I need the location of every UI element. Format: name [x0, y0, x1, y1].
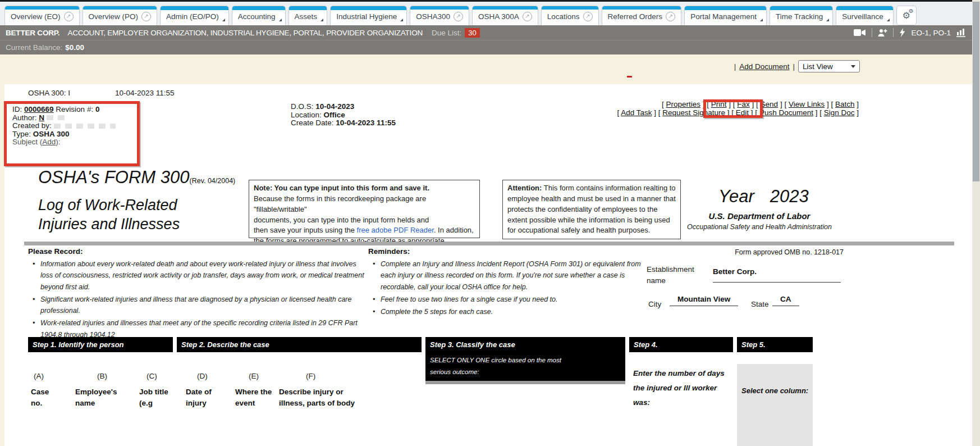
print-link[interactable]: Print	[711, 100, 727, 108]
vertical-scrollbar[interactable]	[972, 0, 980, 446]
sign-doc-link[interactable]: Sign Doc	[824, 108, 855, 117]
chevron-down-icon	[851, 65, 855, 70]
tab-bar: Overview (EO)↗ Overview (PO)↗ Admin (EO/…	[0, 0, 980, 25]
attention-label: Attention:	[507, 184, 542, 192]
tab-referred-orders[interactable]: Referred Orders↗	[602, 6, 682, 25]
tab-accent	[770, 6, 832, 10]
step4-note: Enter the number of days the injured or …	[633, 366, 730, 410]
reminders-bullets: Complete an Injury and Illness Incident …	[372, 258, 642, 318]
column-label-case: Caseno.	[31, 386, 49, 409]
step3-note: SELECT ONLY ONE circle based on the most…	[425, 352, 566, 379]
menu-corner-icon	[887, 19, 890, 21]
tab-label: Overview (EO)	[11, 12, 61, 21]
tab-accent	[161, 6, 228, 10]
author-link[interactable]: N	[39, 113, 44, 122]
location-value: Office	[324, 111, 345, 119]
tab-locations[interactable]: Locations↗	[541, 6, 599, 25]
pdf-reader-link[interactable]: free adobe PDF Reader	[357, 226, 434, 234]
add-person-icon[interactable]	[878, 29, 887, 37]
batch-link[interactable]: Batch	[835, 100, 855, 108]
fax-link[interactable]: Fax	[737, 100, 750, 108]
revision-value: 0	[95, 105, 100, 113]
gear-icon: ⚙	[909, 8, 914, 14]
dos-info-block: D.O.S: 10-04-2023 Location: Office Creat…	[291, 103, 396, 128]
external-link-icon[interactable]: ↗	[666, 12, 675, 21]
tab-surveillance[interactable]: Surveillance	[836, 6, 894, 25]
column-letter-e: (E)	[249, 372, 259, 380]
send-link[interactable]: Send	[761, 100, 778, 108]
balance-value: $0.00	[65, 43, 84, 52]
view-links-link[interactable]: View Links	[789, 100, 825, 108]
external-link-icon[interactable]: ↗	[454, 12, 463, 21]
subject-add-link[interactable]: Add	[42, 138, 56, 146]
scrollbar-thumb[interactable]	[973, 2, 979, 181]
form-year: Year2023	[718, 186, 809, 207]
external-link-icon[interactable]: ↗	[64, 12, 74, 21]
external-link-icon[interactable]: ↗	[141, 12, 151, 21]
tab-osha300a[interactable]: OSHA 300A↗	[472, 6, 538, 25]
view-select[interactable]: List View	[798, 60, 860, 72]
establishment-value: Better Corp.	[713, 267, 757, 276]
due-list-count-badge[interactable]: 30	[465, 28, 479, 38]
tab-osha300[interactable]: OSHA300↗	[410, 6, 469, 25]
tab-overview-eo[interactable]: Overview (EO)↗	[4, 6, 80, 25]
step5-note: Select one column:	[737, 364, 813, 395]
menu-corner-icon	[279, 19, 282, 21]
request-signature-link[interactable]: Request Signature	[662, 108, 725, 117]
tab-label: Overview (PO)	[89, 12, 139, 21]
column-label-where: Where theevent	[235, 386, 272, 409]
document-toolbar: | Add Document | List View	[734, 60, 860, 72]
reminders-title: Reminders:	[368, 247, 410, 256]
add-document-link[interactable]: Add Document	[739, 62, 789, 71]
company-name: BETTER CORP.	[6, 29, 59, 37]
column-letter-c: (C)	[146, 372, 157, 380]
column-letter-a: (A)	[34, 372, 44, 380]
bar-chart-icon[interactable]	[956, 28, 965, 37]
state-value: CA	[772, 295, 799, 306]
form-attention-box: Attention: This form contains informatio…	[502, 180, 681, 239]
redacted-author-name	[47, 115, 68, 120]
tab-label: Surveillance	[842, 12, 883, 21]
document-id-link[interactable]: 0000669	[24, 105, 54, 113]
tab-assets[interactable]: Assets	[288, 6, 328, 25]
column-label-describe: Describe injury orillness, parts of body	[279, 386, 355, 409]
external-link-icon[interactable]: ↗	[583, 12, 593, 21]
push-document-link[interactable]: Push Document	[759, 108, 813, 117]
dol-title: U.S. Department of Labor	[667, 211, 852, 221]
document-panel: OSHA 300: I 10-04-2023 11:55 ID: 0000669…	[4, 84, 973, 446]
red-annotation-box-id: ID: 0000669 Revision #: 0 Author: N Crea…	[4, 101, 140, 166]
column-label-date: Date ofinjury	[186, 386, 212, 409]
year-value: 2023	[770, 186, 809, 206]
balance-bar: Current Balance: $0.00	[0, 40, 980, 54]
properties-link[interactable]: Properties	[666, 100, 700, 108]
edit-link[interactable]: Edit	[736, 108, 749, 117]
menu-corner-icon	[760, 19, 763, 21]
city-value: Mountain View	[670, 295, 738, 306]
tab-label: Time Tracking	[776, 12, 823, 21]
external-link-icon[interactable]: ↗	[523, 12, 532, 21]
tab-time-tracking[interactable]: Time Tracking	[770, 6, 833, 25]
column-letter-b: (B)	[97, 372, 107, 380]
tab-overview-po[interactable]: Overview (PO)↗	[83, 6, 158, 25]
account-context: ACCOUNT, EMPLOYER ORGANIZATION, INDUSTRI…	[67, 29, 423, 37]
state-label: State	[751, 300, 769, 308]
tab-industrial-hygiene[interactable]: Industrial Hygiene	[330, 6, 407, 25]
omb-approval: Form approved OMB no. 1218-017	[706, 248, 844, 256]
menu-corner-icon	[222, 19, 225, 21]
lightning-bolt-icon[interactable]	[899, 28, 905, 37]
city-label: City	[648, 300, 661, 308]
view-select-value: List View	[803, 62, 833, 71]
add-task-link[interactable]: Add Task	[621, 108, 652, 117]
please-record-title: Please Record:	[28, 247, 83, 256]
settings-gears-button[interactable]: ⚙⚙	[896, 6, 917, 25]
red-annotation-dash	[627, 76, 632, 78]
org-codes: EO-1, PO-1	[911, 29, 951, 37]
tab-label: OSHA 300A	[478, 12, 519, 21]
tab-accounting[interactable]: Accounting	[232, 6, 286, 25]
tab-portal-management[interactable]: Portal Management	[684, 6, 767, 25]
osha-administration: Occupational Safety and Health Administr…	[667, 223, 852, 231]
video-camera-icon[interactable]	[854, 29, 866, 37]
tab-admin-eo-po[interactable]: Admin (EO/PO)	[160, 6, 229, 25]
account-header-bar: BETTER CORP. ACCOUNT, EMPLOYER ORGANIZAT…	[0, 25, 980, 40]
created-by-row: Created by:	[12, 122, 116, 130]
